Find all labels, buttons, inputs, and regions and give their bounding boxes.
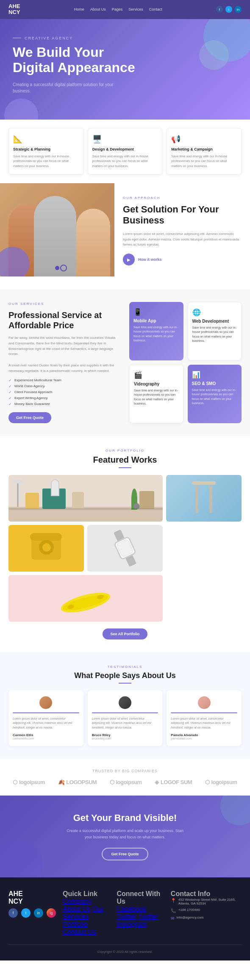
logo-1: ⬡ logoipsum: [13, 779, 45, 785]
play-button[interactable]: ▶ How it works: [123, 254, 242, 265]
portfolio-label: Our Portfolio: [8, 449, 242, 452]
logo-2: 🍂 LOGOPSUM: [58, 779, 97, 785]
stool-legs: [192, 486, 216, 513]
testimonial-name-2: Bruce Riley: [92, 733, 158, 737]
service-cards-row: 📐 Strategic & Planning Save time and ene…: [0, 120, 250, 183]
portfolio-img-watch: [87, 525, 163, 572]
approach-label: Our Approach: [123, 196, 242, 200]
navbar: AHE NCY Home About Us Pages Services Con…: [0, 0, 250, 19]
twitter-icon[interactable]: t: [225, 6, 232, 13]
footer-link-about[interactable]: About Us: [63, 905, 91, 913]
stool-body: [192, 481, 216, 522]
testimonial-text-1: Lorem ipsum dolor sit amet, consectetur …: [13, 717, 79, 730]
footer-social-link-ig[interactable]: Instagram: [117, 921, 147, 928]
tile1-title: Mobile App: [133, 318, 179, 323]
nav-pages[interactable]: Pages: [112, 7, 123, 11]
footer-quick-links-col: Quick Link Company About Us Our Services…: [63, 890, 110, 936]
room-lamp: [14, 479, 22, 509]
facebook-icon[interactable]: f: [216, 6, 223, 13]
footer-link-company[interactable]: Company: [63, 898, 92, 905]
phone-inner: [42, 543, 51, 552]
logo-icon-3: ⬡: [110, 779, 114, 785]
free-quote-button[interactable]: Get Free Quote: [8, 412, 51, 423]
cta-button[interactable]: Get Free Quote: [102, 848, 148, 860]
footer-connect-col: Connect With Us Facebook Twitter Twitter…: [117, 890, 164, 936]
stool-top-bar: [192, 481, 216, 485]
person2-silhouette: [34, 196, 76, 276]
footer-social-links: f t in ig: [8, 908, 56, 918]
footer-facebook-icon[interactable]: f: [8, 908, 18, 918]
service-card-3-desc: Save time and energy with our in-house p…: [171, 154, 237, 168]
footer-phone-item: 📞 +186 1700490: [171, 908, 242, 913]
room-chair1: [25, 493, 39, 509]
portfolio-divider: [119, 467, 131, 468]
tile3-title: Videography: [134, 382, 179, 386]
service-card-2-desc: Save time and energy with our in-house p…: [92, 154, 158, 168]
footer-bottom: Copyright © 2022 All rights reserved.: [8, 944, 242, 954]
email-icon: ✉: [171, 916, 174, 921]
testimonial-company-1: carmenellis.com: [13, 737, 79, 740]
avatar-carmen: [39, 696, 52, 709]
footer-email: info@agency.com: [177, 916, 204, 919]
service-tile-web: 🌐 Web Development Save time and energy w…: [188, 302, 242, 360]
portfolio-item-watch: [87, 525, 163, 572]
approach-dot-outline: [60, 265, 67, 271]
footer-social-link-tw1[interactable]: Twitter: [117, 913, 136, 920]
portfolio-item-phone: [8, 525, 84, 572]
service-card-1-title: Strategic & Planning: [13, 147, 79, 151]
marketing-icon: 📢: [171, 134, 237, 144]
hero-title: We Build Your Digital Appearance: [13, 45, 140, 76]
footer-instagram-icon[interactable]: ig: [47, 908, 56, 918]
navbar-links: Home About Us Pages Services Contact: [74, 7, 162, 11]
play-label: How it works: [138, 257, 162, 262]
see-all-portfolio-button[interactable]: See All Portfolio: [103, 628, 147, 639]
navbar-logo: AHE NCY: [8, 3, 20, 16]
footer-link-contact[interactable]: Contact Us: [63, 928, 96, 935]
service-card-design: 🖥️ Design & Development Save time and en…: [88, 128, 163, 175]
portfolio-section: Our Portfolio Featured Works: [0, 436, 250, 652]
service-card-marketing: 📢 Marketing & Campaign Save time and ene…: [167, 128, 242, 175]
linkedin-icon[interactable]: in: [235, 6, 242, 13]
footer-link-portfolio[interactable]: Portfolio: [63, 921, 88, 928]
portfolio-item-room: [8, 475, 163, 522]
tile2-title: Web Development: [192, 319, 237, 324]
nav-contact[interactable]: Contact: [149, 7, 162, 11]
nav-home[interactable]: Home: [74, 7, 84, 11]
footer-linkedin-icon[interactable]: in: [34, 908, 43, 918]
testimonials-grid: Lorem ipsum dolor sit amet, consectetur …: [8, 690, 242, 746]
footer-social-link-tw2[interactable]: Twitter: [139, 913, 158, 920]
footer-twitter-icon[interactable]: t: [21, 908, 31, 918]
testimonial-card-1: Lorem ipsum dolor sit amet, consectetur …: [8, 690, 83, 746]
person3-silhouette: [76, 209, 110, 276]
services-checklist: ✓ Experienced Multicultural Team ✓ World…: [8, 378, 121, 406]
service-card-2-title: Design & Development: [92, 147, 158, 151]
footer-social-link-fb[interactable]: Facebook: [117, 905, 146, 913]
room-chair2: [72, 492, 84, 509]
services-left-col: Our Services Professional Service at Aff…: [8, 302, 121, 423]
footer-address-item: 📍 452 Workshop Street NW, Suite 2165, At…: [171, 898, 242, 905]
nav-about[interactable]: About Us: [90, 7, 106, 11]
phone-dial: [39, 540, 54, 555]
footer-contact-col: Contact Info 📍 452 Workshop Street NW, S…: [171, 890, 242, 936]
hero-decoration-circle3: [4, 98, 38, 120]
web-dev-icon: 🌐: [192, 308, 237, 316]
testimonial-bar-3: [171, 712, 237, 713]
testimonial-text-3: Lorem ipsum dolor sit amet, consectetur …: [171, 717, 237, 730]
phone-body: [31, 536, 61, 560]
testimonial-text-2: Lorem ipsum dolor sit amet, consectetur …: [92, 717, 158, 730]
approach-content: Our Approach Get Solution For Your Busin…: [114, 183, 250, 276]
footer-grid: AHE NCY f t in ig Quick Link Company Abo…: [8, 890, 242, 936]
tile3-desc: Save time and energy with our in-house p…: [134, 388, 179, 406]
approach-title: Get Solution For Your Business: [123, 204, 242, 226]
approach-description: Lorem ipsum dolor sit amet, consectetur …: [123, 232, 242, 248]
nav-services[interactable]: Services: [128, 7, 143, 11]
stool-leg-right: [210, 486, 212, 513]
list-item-2: ✓ World Class Agency: [8, 384, 121, 388]
logo-3: ⬡ logoipsum: [110, 779, 142, 785]
logo-icon-4: ◈: [155, 779, 159, 785]
cta-title: Get Your Brand Visible!: [13, 812, 237, 824]
avatar-pamela: [198, 696, 211, 709]
logo-5: ⬡ logoipsum: [205, 779, 237, 785]
location-icon: 📍: [171, 898, 176, 903]
testimonial-bar-2: [92, 712, 158, 713]
